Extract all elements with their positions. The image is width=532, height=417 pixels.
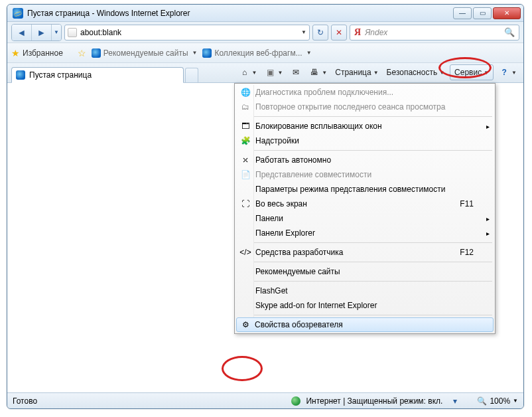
minimize-button[interactable]: — bbox=[453, 7, 472, 19]
menu-separator bbox=[254, 281, 492, 282]
address-text: about:blank bbox=[80, 28, 298, 37]
stop-button[interactable]: ✕ bbox=[331, 25, 347, 41]
menu-item-label: Рекомендуемые сайты bbox=[255, 267, 340, 276]
address-bar[interactable]: about:blank ▼ bbox=[64, 25, 310, 41]
read-mail-button[interactable]: ✉ bbox=[288, 64, 304, 80]
menu-item[interactable]: Панели▸ bbox=[237, 211, 494, 226]
status-ready: Готово bbox=[13, 396, 37, 406]
zoom-icon: 🔍 bbox=[477, 396, 487, 406]
options-icon: ⚙ bbox=[239, 319, 251, 331]
window-buttons: — ▭ ✕ bbox=[453, 7, 521, 19]
ie-logo-icon bbox=[13, 8, 23, 19]
globe-icon: 🌐 bbox=[239, 86, 251, 98]
tools-menu-button[interactable]: Сервис▼ bbox=[450, 64, 494, 80]
zoom-control[interactable]: 🔍 100% ▼ bbox=[477, 396, 518, 406]
favorites-bar: ★ Избранное ☆ Рекомендуемые сайты ▼ Колл… bbox=[7, 43, 523, 63]
menu-item-label: Средства разработчика bbox=[255, 248, 343, 257]
content-area: 🌐Диагностика проблем подключения...🗂Повт… bbox=[7, 83, 523, 392]
title-bar: Пустая страница - Windows Internet Explo… bbox=[7, 5, 523, 22]
address-dropdown-icon[interactable]: ▼ bbox=[301, 29, 306, 35]
compat-icon: 📄 bbox=[239, 169, 251, 181]
safety-menu-button[interactable]: Безопасность▼ bbox=[384, 64, 447, 80]
status-bar: Готово Интернет | Защищенный режим: вкл.… bbox=[7, 392, 523, 408]
maximize-button[interactable]: ▭ bbox=[473, 7, 492, 19]
close-button[interactable]: ✕ bbox=[493, 7, 521, 19]
fullscreen-icon: ⛶ bbox=[239, 198, 251, 210]
menu-item[interactable]: </>Средства разработчикаF12 bbox=[237, 245, 494, 260]
refresh-button[interactable]: ↻ bbox=[312, 25, 328, 41]
suggested-sites-label: Рекомендуемые сайты bbox=[103, 48, 188, 58]
web-slice-link[interactable]: Коллекция веб-фрагм... ▼ bbox=[202, 48, 311, 58]
popup-icon: 🗔 bbox=[239, 120, 251, 132]
menu-item: 📄Представление совместимости bbox=[237, 167, 494, 182]
home-button[interactable]: ⌂▼ bbox=[237, 64, 260, 80]
menu-item[interactable]: ⛶Во весь экранF11 bbox=[237, 197, 494, 211]
page-menu-button[interactable]: Страница▼ bbox=[332, 64, 381, 80]
new-tab-button[interactable] bbox=[185, 68, 198, 82]
menu-item-label: FlashGet bbox=[255, 286, 288, 295]
help-icon: ? bbox=[499, 67, 509, 78]
forward-button[interactable]: ► bbox=[32, 25, 52, 41]
menu-item[interactable]: Рекомендуемые сайты bbox=[237, 264, 494, 279]
search-provider-icon: Я bbox=[354, 27, 361, 38]
back-forward-group: ◄ ► ▼ bbox=[11, 24, 62, 41]
menu-item[interactable]: Панели Explorer▸ bbox=[237, 226, 494, 240]
menu-item-label: Skype add-on for Internet Explorer bbox=[255, 301, 377, 310]
navigation-bar: ◄ ► ▼ about:blank ▼ ↻ ✕ Я Яndex 🔍 bbox=[7, 22, 523, 43]
star-icon: ★ bbox=[11, 48, 20, 58]
chevron-down-icon: ▼ bbox=[306, 50, 312, 56]
tools-label: Сервис bbox=[454, 68, 482, 77]
devtools-icon: </> bbox=[239, 246, 251, 258]
menu-item[interactable]: Параметры режима представления совместим… bbox=[237, 182, 494, 197]
help-button[interactable]: ?▼ bbox=[496, 64, 519, 80]
submenu-arrow-icon: ▸ bbox=[486, 123, 490, 130]
page-icon bbox=[68, 28, 77, 37]
browser-window: Пустая страница - Windows Internet Explo… bbox=[7, 4, 524, 409]
favorites-label: Избранное bbox=[23, 48, 63, 58]
search-icon[interactable]: 🔍 bbox=[504, 27, 515, 37]
menu-item-label: Панели bbox=[255, 214, 283, 223]
menu-item-label: Панели Explorer bbox=[255, 228, 315, 238]
page-label: Страница bbox=[335, 68, 371, 77]
menu-item: 🗂Повторное открытие последнего сеанса пр… bbox=[237, 100, 494, 114]
chevron-down-icon: ▼ bbox=[192, 50, 198, 56]
menu-item[interactable]: 🧩Надстройки bbox=[237, 133, 494, 148]
recent-pages-dropdown[interactable]: ▼ bbox=[52, 25, 61, 41]
menu-item[interactable]: ⚙Свойства обозревателя bbox=[236, 317, 494, 332]
suggested-sites-link[interactable]: Рекомендуемые сайты ▼ bbox=[92, 48, 198, 58]
menu-item[interactable]: ⤫Работать автономно bbox=[237, 153, 494, 167]
reopen-icon: 🗂 bbox=[239, 101, 251, 113]
menu-item-label: Блокирование всплывающих окон bbox=[255, 122, 382, 131]
menu-separator bbox=[254, 262, 492, 262]
menu-separator bbox=[254, 315, 492, 315]
protected-mode-toggle[interactable]: ▾ bbox=[453, 396, 457, 406]
feeds-button[interactable]: ▣▼ bbox=[262, 64, 285, 80]
star-icon: ☆ bbox=[78, 48, 86, 58]
menu-item[interactable]: Skype add-on for Internet Explorer bbox=[237, 298, 494, 313]
menu-item-label: Повторное открытие последнего сеанса про… bbox=[255, 102, 445, 112]
command-bar: ⌂▼ ▣▼ ✉ 🖶▼ Страница▼ Безопасность▼ Серви… bbox=[237, 64, 519, 80]
rss-icon: ▣ bbox=[265, 67, 275, 78]
chevron-down-icon: ▼ bbox=[513, 398, 518, 404]
ie-icon bbox=[92, 48, 101, 58]
favorites-button[interactable]: ★ Избранное bbox=[11, 48, 63, 58]
zoom-value: 100% bbox=[490, 396, 510, 406]
menu-item-label: Свойства обозревателя bbox=[255, 320, 343, 329]
tab-title: Пустая страница bbox=[29, 70, 92, 80]
add-to-favorites-bar-button[interactable]: ☆ bbox=[78, 48, 86, 58]
menu-item[interactable]: FlashGet bbox=[237, 284, 494, 298]
menu-shortcut: F12 bbox=[460, 248, 474, 257]
back-button[interactable]: ◄ bbox=[12, 25, 32, 41]
search-box[interactable]: Я Яndex 🔍 bbox=[350, 25, 519, 41]
menu-item-label: Работать автономно bbox=[255, 155, 331, 165]
print-button[interactable]: 🖶▼ bbox=[306, 64, 330, 80]
web-slice-label: Коллекция веб-фрагм... bbox=[214, 48, 302, 58]
print-icon: 🖶 bbox=[309, 67, 320, 78]
menu-item[interactable]: 🗔Блокирование всплывающих окон▸ bbox=[237, 119, 494, 133]
menu-item-label: Представление совместимости bbox=[255, 170, 371, 179]
tab-current[interactable]: Пустая страница bbox=[11, 67, 184, 83]
menu-item-label: Параметры режима представления совместим… bbox=[255, 185, 445, 194]
search-placeholder: Яndex bbox=[365, 28, 500, 37]
tab-row: Пустая страница ⌂▼ ▣▼ ✉ 🖶▼ Страница▼ Без… bbox=[7, 63, 523, 83]
offline-icon: ⤫ bbox=[239, 154, 251, 166]
